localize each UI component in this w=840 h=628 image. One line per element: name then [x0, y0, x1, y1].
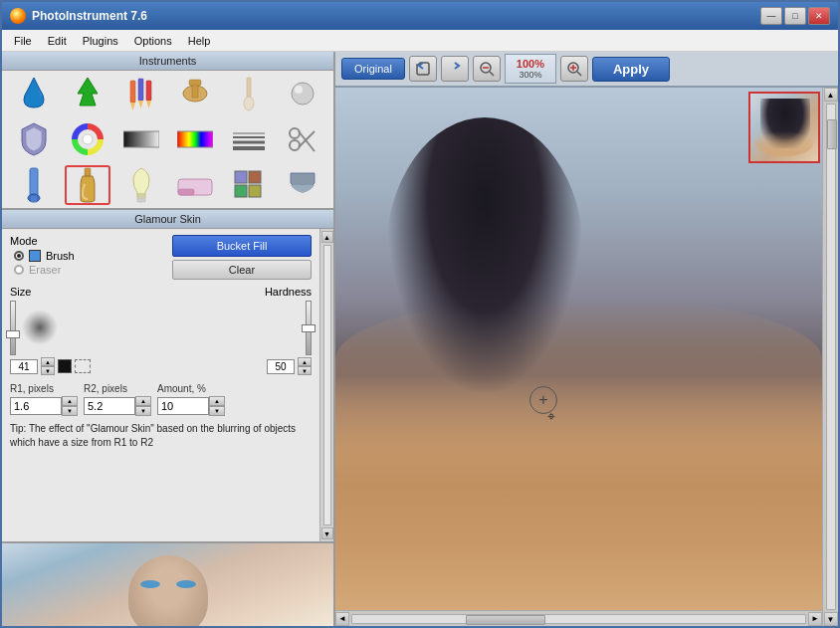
redo-button[interactable] — [441, 56, 469, 82]
instrument-color-wheel[interactable] — [65, 119, 110, 159]
instrument-pencils[interactable] — [118, 74, 164, 113]
instrument-scissors[interactable] — [280, 119, 325, 159]
svg-rect-35 — [235, 171, 247, 183]
h-scrollbar[interactable]: ◄ ► — [335, 610, 822, 626]
apply-button[interactable]: Apply — [592, 57, 670, 82]
zoom-out-button[interactable] — [473, 56, 501, 82]
h-scroll-track[interactable] — [351, 614, 806, 624]
v-scroll-thumb[interactable] — [827, 119, 837, 149]
amount-down-btn[interactable]: ▼ — [209, 406, 225, 416]
r2-down-btn[interactable]: ▼ — [135, 406, 151, 416]
instrument-eraser[interactable] — [172, 165, 218, 205]
instruments-row-1 — [2, 71, 333, 116]
svg-rect-34 — [178, 189, 194, 195]
instrument-mosaic[interactable] — [226, 165, 272, 205]
r2-input[interactable] — [84, 397, 135, 415]
svg-rect-16 — [123, 131, 159, 147]
instrument-stamp[interactable] — [172, 74, 218, 113]
view-toolbar: Original 100% 300% Apply — [335, 52, 838, 88]
color-swatch[interactable] — [58, 359, 72, 373]
svg-rect-26 — [30, 168, 38, 196]
svg-marker-4 — [138, 101, 143, 108]
v-scroll-down[interactable]: ▼ — [824, 612, 838, 626]
bucket-fill-button[interactable]: Bucket Fill — [172, 235, 312, 257]
main-area: Instruments — [2, 52, 838, 626]
menu-edit[interactable]: Edit — [40, 33, 75, 49]
r1-input[interactable] — [10, 397, 62, 415]
preview-thumbnail — [2, 541, 333, 626]
hardness-up-btn[interactable]: ▲ — [298, 357, 312, 366]
instrument-shield[interactable] — [11, 119, 57, 159]
svg-rect-5 — [146, 81, 151, 101]
brush-radio[interactable] — [14, 251, 24, 261]
svg-rect-38 — [249, 185, 261, 197]
size-slider-thumb[interactable] — [6, 330, 20, 338]
app-window: PhotoInstrument 7.6 — □ ✕ File Edit Plug… — [0, 0, 840, 628]
original-button[interactable]: Original — [341, 58, 405, 80]
instrument-gradient[interactable] — [118, 119, 164, 159]
undo-button[interactable] — [409, 56, 437, 82]
instrument-drop[interactable] — [11, 74, 57, 113]
v-scrollbar[interactable]: ▲ ▼ — [822, 88, 838, 626]
h-scroll-left[interactable]: ◄ — [335, 612, 349, 626]
menu-file[interactable]: File — [6, 33, 40, 49]
instrument-bulb[interactable] — [118, 165, 164, 205]
menu-options[interactable]: Options — [126, 33, 180, 49]
instrument-rainbow[interactable] — [172, 119, 218, 159]
svg-rect-30 — [137, 198, 145, 202]
hardness-down-btn[interactable]: ▼ — [298, 366, 312, 375]
instrument-lines[interactable] — [226, 119, 272, 159]
amount-up-btn[interactable]: ▲ — [209, 396, 225, 406]
zoom-min: 300% — [519, 70, 541, 80]
instrument-brush-pale[interactable] — [226, 74, 272, 113]
instrument-tube[interactable] — [11, 165, 57, 205]
svg-point-11 — [244, 97, 254, 110]
glamour-scroll-up[interactable]: ▲ — [321, 231, 333, 243]
eraser-radio[interactable] — [14, 265, 24, 275]
instruments-row-2 — [2, 116, 333, 162]
svg-rect-17 — [177, 131, 213, 147]
r1-label: R1, pixels — [10, 383, 78, 394]
amount-input[interactable] — [157, 397, 209, 415]
maximize-button[interactable]: □ — [784, 7, 806, 25]
instrument-bottle[interactable] — [65, 165, 110, 205]
clear-button[interactable]: Clear — [172, 260, 312, 280]
size-up-btn[interactable]: ▲ — [41, 357, 55, 366]
v-scroll-track[interactable] — [826, 104, 836, 610]
svg-point-23 — [290, 140, 300, 150]
h-scroll-thumb[interactable] — [466, 615, 545, 625]
brush-label: Brush — [46, 250, 75, 262]
svg-point-22 — [290, 128, 300, 138]
zoom-in-button[interactable] — [560, 56, 588, 82]
svg-rect-28 — [31, 196, 37, 202]
amount-label: Amount, % — [157, 383, 225, 394]
svg-rect-29 — [85, 168, 91, 176]
pattern-swatch[interactable] — [75, 359, 91, 373]
close-button[interactable]: ✕ — [808, 7, 830, 25]
instrument-tree[interactable] — [65, 74, 110, 113]
size-label: Size — [10, 286, 229, 298]
thumbnail-overlay — [748, 92, 820, 163]
menu-help[interactable]: Help — [180, 33, 219, 49]
svg-rect-36 — [249, 171, 261, 183]
svg-rect-3 — [138, 79, 143, 101]
menu-plugins[interactable]: Plugins — [75, 33, 126, 49]
instrument-smudge[interactable] — [280, 165, 325, 205]
r1-down-btn[interactable]: ▼ — [62, 406, 78, 416]
minimize-button[interactable]: — — [760, 7, 782, 25]
size-down-btn[interactable]: ▼ — [41, 366, 55, 375]
h-scroll-right[interactable]: ► — [808, 612, 822, 626]
svg-point-13 — [295, 86, 303, 94]
svg-rect-9 — [189, 80, 201, 86]
tip-text: Tip: The effect of "Glamour Skin" based … — [10, 422, 312, 450]
hardness-slider-thumb[interactable] — [302, 324, 315, 332]
glamour-scrollbar[interactable]: ▲ ▼ — [319, 229, 333, 541]
r2-up-btn[interactable]: ▲ — [135, 396, 151, 406]
instrument-sphere[interactable] — [280, 74, 325, 113]
size-slider-track[interactable] — [10, 301, 16, 355]
r1-up-btn[interactable]: ▲ — [62, 396, 78, 406]
brush-preview — [22, 310, 58, 345]
glamour-scroll-down[interactable]: ▼ — [321, 527, 333, 539]
v-scroll-up[interactable]: ▲ — [824, 88, 838, 102]
hardness-slider-track[interactable] — [306, 301, 312, 355]
